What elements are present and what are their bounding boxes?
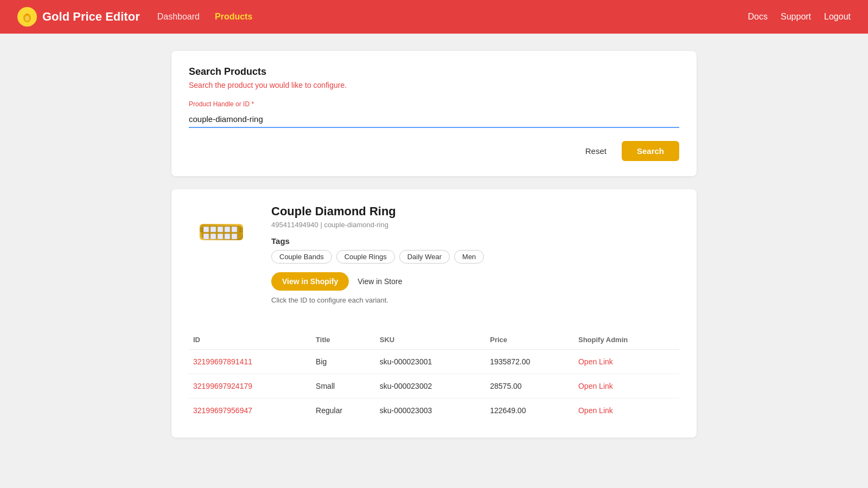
svg-rect-18 (239, 228, 243, 229)
search-button[interactable]: Search (622, 141, 679, 161)
nav-dashboard[interactable]: Dashboard (157, 12, 200, 22)
tags-list: Couple Bands Couple Rings Daily Wear Men (271, 250, 679, 264)
variant-price-1: 28575.00 (486, 374, 574, 399)
main-content: Search Products Search the product you w… (163, 34, 705, 455)
open-link-2[interactable]: Open Link (578, 406, 613, 415)
svg-rect-7 (218, 227, 223, 232)
table-header: ID Title SKU Price Shopify Admin (189, 330, 679, 350)
nav-docs[interactable]: Docs (748, 12, 768, 22)
tag-couple-rings: Couple Rings (336, 250, 395, 264)
svg-rect-19 (239, 229, 243, 230)
svg-rect-12 (218, 234, 223, 239)
svg-rect-9 (232, 227, 237, 232)
col-id: ID (189, 330, 311, 350)
svg-rect-10 (203, 234, 209, 239)
view-in-shopify-button[interactable]: View in Shopify (271, 272, 349, 291)
svg-rect-15 (200, 228, 203, 229)
svg-rect-5 (203, 227, 209, 232)
variant-title-2: Regular (311, 399, 375, 423)
nav-products[interactable]: Products (215, 12, 252, 22)
variant-sku-1: sku-000023002 (375, 374, 486, 399)
variants-tbody: 32199697891411 Big sku-000023001 1935872… (189, 350, 679, 423)
variant-title-1: Small (311, 374, 375, 399)
tags-label: Tags (271, 236, 679, 246)
svg-rect-11 (210, 234, 216, 239)
nav-logout[interactable]: Logout (824, 12, 851, 22)
svg-rect-13 (225, 234, 230, 239)
table-row: 32199697956947 Regular sku-000023003 122… (189, 399, 679, 423)
open-link-1[interactable]: Open Link (578, 382, 613, 390)
variant-id-link-1[interactable]: 32199697924179 (193, 382, 252, 390)
variant-sku-2: sku-000023003 (375, 399, 486, 423)
reset-button[interactable]: Reset (577, 142, 615, 160)
table-row: 32199697891411 Big sku-000023001 1935872… (189, 350, 679, 374)
search-title: Search Products (189, 66, 679, 78)
svg-rect-17 (200, 231, 203, 232)
view-in-store-button[interactable]: View in Store (358, 277, 402, 286)
variant-id-link-2[interactable]: 32199697956947 (193, 406, 252, 415)
tag-daily-wear: Daily Wear (399, 250, 450, 264)
search-actions: Reset Search (189, 141, 679, 161)
product-handle-input[interactable] (189, 111, 679, 128)
brand-icon (17, 7, 37, 27)
tag-couple-bands: Couple Bands (271, 250, 332, 264)
col-shopify-admin: Shopify Admin (574, 330, 679, 350)
product-meta: 495411494940 | couple-diamond-ring (271, 221, 679, 229)
svg-rect-6 (210, 227, 216, 232)
brand-logo[interactable]: Gold Price Editor (17, 7, 140, 27)
col-price: Price (486, 330, 574, 350)
ring-image-svg (192, 209, 251, 255)
field-label: Product Handle or ID * (189, 100, 679, 108)
product-info: Couple Diamond Ring 495411494940 | coupl… (271, 204, 679, 317)
tag-men: Men (454, 250, 484, 264)
col-title: Title (311, 330, 375, 350)
svg-rect-14 (232, 234, 237, 239)
variant-id-link-0[interactable]: 32199697891411 (193, 357, 252, 366)
col-sku: SKU (375, 330, 486, 350)
svg-rect-8 (225, 227, 230, 232)
navbar: Gold Price Editor Dashboard Products Doc… (0, 0, 868, 34)
svg-rect-20 (239, 231, 243, 232)
navbar-right: Docs Support Logout (748, 12, 851, 22)
product-name: Couple Diamond Ring (271, 204, 679, 219)
svg-point-2 (25, 16, 29, 21)
variant-price-0: 1935872.00 (486, 350, 574, 374)
open-link-0[interactable]: Open Link (578, 357, 613, 366)
variants-table: ID Title SKU Price Shopify Admin 3219969… (189, 330, 679, 422)
variant-price-2: 122649.00 (486, 399, 574, 423)
variant-hint: Click the ID to configure each variant. (271, 296, 679, 304)
product-header: Couple Diamond Ring 495411494940 | coupl… (189, 204, 679, 317)
nav-support[interactable]: Support (781, 12, 811, 22)
product-card: Couple Diamond Ring 495411494940 | coupl… (171, 189, 697, 438)
brand-label: Gold Price Editor (42, 10, 140, 24)
product-actions: View in Shopify View in Store (271, 272, 679, 291)
search-subtitle: Search the product you would like to con… (189, 81, 679, 89)
product-image (189, 204, 254, 259)
variant-sku-0: sku-000023001 (375, 350, 486, 374)
variant-title-0: Big (311, 350, 375, 374)
svg-rect-16 (200, 229, 203, 230)
table-row: 32199697924179 Small sku-000023002 28575… (189, 374, 679, 399)
search-card: Search Products Search the product you w… (171, 51, 697, 176)
navbar-nav: Dashboard Products (157, 12, 731, 22)
